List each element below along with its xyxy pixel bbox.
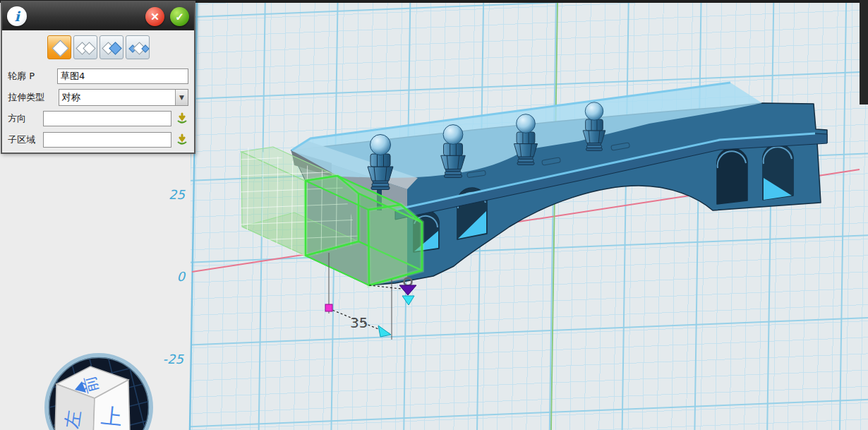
dimension-arrow-handle[interactable] [378,326,391,337]
axis-label-0: 0 [177,269,186,284]
extrude-type-value: 对称 [59,91,175,104]
dimension-start-handle[interactable] [325,304,332,311]
subregion-field-row: 子区域 [8,131,188,148]
confirm-button[interactable]: ✓ [170,7,189,26]
diamond-icon [52,40,68,56]
direction-input[interactable] [43,111,171,126]
extrude-mode-remove-button[interactable] [100,35,123,59]
extrude-mode-base-button[interactable] [47,35,71,59]
direction-handle-purple[interactable] [399,285,416,295]
direction-field-row: 方向 [8,110,188,127]
subregion-input[interactable] [43,132,171,148]
profile-field-label: 轮廓 P [8,70,57,83]
direction-handle-cyan[interactable] [402,296,414,305]
extrude-dialog: i ✕ ✓ 轮廓 P [1,1,195,154]
profile-input[interactable] [57,68,188,84]
pick-from-scene-icon[interactable] [176,112,188,125]
dialog-titlebar[interactable]: i ✕ ✓ [2,2,194,30]
cancel-button[interactable]: ✕ [145,7,164,26]
axis-label-neg25: -25 [163,352,185,366]
profile-field-row: 轮廓 P [8,68,188,85]
extrude-type-label: 拉伸类型 [8,91,59,104]
axis-label-25: 25 [169,187,186,202]
subregion-field-label: 子区域 [8,133,43,146]
dimension-value-label: 35 [350,314,368,331]
extrude-mode-add-button[interactable] [73,35,97,59]
view-cube-widget[interactable]: 前 左 上 [40,349,159,430]
boolean-mode-toolbar [2,30,194,64]
view-cube-right-label: 上 [100,403,123,430]
extrude-type-field-row: 拉伸类型 对称 ▼ [8,89,188,106]
extrude-type-select[interactable]: 对称 ▼ [59,89,188,106]
extrude-mode-intersect-button[interactable] [126,35,150,59]
pick-from-scene-icon[interactable] [176,133,188,146]
view-cube-left-label: 左 [61,409,84,430]
extrude-front-face[interactable] [368,205,422,285]
chevron-down-icon[interactable]: ▼ [175,90,188,105]
cad-application-window: 25 0 -25 [0,0,868,430]
direction-field-label: 方向 [8,112,43,125]
info-icon[interactable]: i [7,6,27,26]
